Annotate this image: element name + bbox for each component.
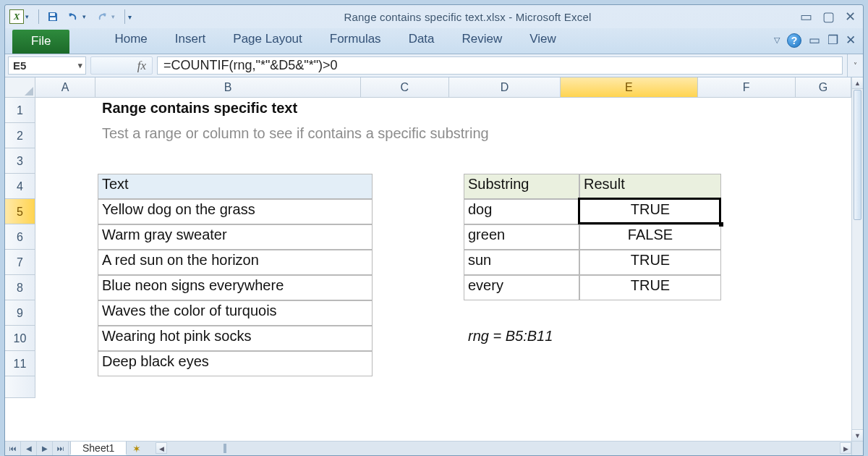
row-header-7[interactable]: 7 — [5, 250, 35, 275]
row-header-11[interactable]: 11 — [5, 351, 35, 376]
hscroll-split-handle[interactable] — [224, 444, 226, 453]
workbook-minimize-button[interactable]: ▭ — [809, 33, 820, 48]
svg-rect-1 — [50, 17, 56, 20]
formula-input[interactable]: =COUNTIF(rng,"*"&D5&"*")>0 — [157, 56, 843, 75]
row-header-9[interactable]: 9 — [5, 300, 35, 326]
formula-bar: E5 fx =COUNTIF(rng,"*"&D5&"*")>0 ˅ — [5, 54, 863, 77]
save-icon — [47, 11, 59, 22]
cell-b1[interactable]: Range contains specific text — [98, 98, 676, 119]
row-header-2[interactable]: 2 — [5, 123, 35, 148]
cell-d5[interactable]: dog — [464, 199, 579, 220]
row-header-1[interactable]: 1 — [5, 98, 35, 123]
minimize-button[interactable]: ▭ — [800, 9, 812, 25]
vscroll-thumb[interactable] — [854, 90, 861, 220]
spreadsheet-grid: A B C D E F G 1 2 3 4 5 6 7 8 9 10 11 — [5, 77, 863, 455]
formula-text: =COUNTIF(rng,"*"&D5&"*")>0 — [163, 58, 338, 73]
ribbon-minimize-icon[interactable]: ▽ — [774, 35, 780, 45]
cell-b9[interactable]: Waves the color of turquois — [98, 300, 373, 321]
col-header-a[interactable]: A — [35, 77, 95, 98]
cell-e5[interactable]: TRUE — [579, 199, 721, 220]
redo-button[interactable] — [94, 9, 110, 25]
cell-d7[interactable]: sun — [464, 250, 579, 271]
tab-view[interactable]: View — [527, 28, 559, 54]
col-header-b[interactable]: B — [95, 77, 361, 98]
ribbon: File Home Insert Page Layout Formulas Da… — [5, 28, 863, 54]
cell-d4[interactable]: Substring — [464, 174, 579, 195]
undo-button[interactable] — [65, 9, 81, 25]
select-all-corner[interactable] — [5, 77, 35, 98]
tab-review[interactable]: Review — [459, 28, 506, 54]
undo-dropdown-icon[interactable]: ▾ — [82, 13, 90, 20]
tab-home[interactable]: Home — [111, 28, 150, 54]
cell-e7[interactable]: TRUE — [579, 250, 721, 271]
horizontal-scrollbar[interactable]: ◀ ▶ — [156, 442, 851, 455]
scroll-left-button[interactable]: ◀ — [156, 442, 167, 454]
window-title: Range contains specific text.xlsx - Micr… — [135, 11, 800, 23]
scroll-down-button[interactable]: ▼ — [852, 429, 863, 441]
window-controls: ▭ ▢ ✕ — [800, 9, 859, 25]
cells-area[interactable]: Range contains specific text Test a rang… — [35, 98, 851, 441]
tab-formulas[interactable]: Formulas — [327, 28, 384, 54]
sheet-tab-sheet1[interactable]: Sheet1 — [70, 442, 127, 455]
sheet-nav-first-button[interactable]: ⏮ — [5, 442, 21, 455]
column-headers: A B C D E F G — [35, 77, 851, 98]
scroll-right-button[interactable]: ▶ — [840, 442, 851, 454]
tab-page-layout[interactable]: Page Layout — [230, 28, 305, 54]
row-header-10[interactable]: 10 — [5, 326, 35, 351]
cell-d10[interactable]: rng = B5:B11 — [464, 326, 681, 347]
formula-expand-button[interactable]: ˅ — [847, 54, 863, 77]
excel-menu-dropdown-icon[interactable]: ▾ — [25, 13, 33, 20]
col-header-e[interactable]: E — [561, 77, 697, 98]
row-header-4[interactable]: 4 — [5, 174, 35, 199]
row-header-5[interactable]: 5 — [5, 199, 35, 224]
sheet-nav-last-button[interactable]: ⏭ — [53, 442, 69, 455]
cell-b7[interactable]: A red sun on the horizon — [98, 250, 373, 271]
ribbon-right-controls: ▽ ? ▭ ❐ ✕ — [774, 33, 856, 54]
qat-divider — [38, 9, 39, 24]
tab-data[interactable]: Data — [406, 28, 438, 54]
sheet-nav-next-button[interactable]: ▶ — [37, 442, 53, 455]
col-header-c[interactable]: C — [361, 77, 449, 98]
fill-handle[interactable] — [719, 222, 723, 227]
tab-insert[interactable]: Insert — [172, 28, 209, 54]
row-header-12[interactable] — [5, 376, 35, 398]
col-header-f[interactable]: F — [698, 77, 796, 98]
excel-icon[interactable]: X — [9, 9, 24, 24]
app-window: X ▾ ▾ ▾ ▾ Range contains specific text.x… — [4, 4, 864, 456]
scroll-up-button[interactable]: ▲ — [852, 77, 863, 89]
cell-b6[interactable]: Warm gray sweater — [98, 224, 373, 245]
name-box[interactable]: E5 — [8, 56, 86, 75]
save-button[interactable] — [45, 9, 61, 25]
resize-grip[interactable] — [851, 441, 863, 455]
maximize-button[interactable]: ▢ — [822, 9, 835, 25]
vertical-scrollbar[interactable]: ▲ ▼ — [851, 77, 863, 441]
sheet-nav-prev-button[interactable]: ◀ — [21, 442, 37, 455]
cell-b5[interactable]: Yellow dog on the grass — [98, 199, 373, 220]
close-button[interactable]: ✕ — [845, 9, 856, 25]
col-header-g[interactable]: G — [796, 77, 851, 98]
redo-icon — [96, 11, 108, 22]
workbook-restore-button[interactable]: ❐ — [827, 33, 838, 48]
qat-customize-icon[interactable]: ▾ — [128, 13, 135, 21]
new-sheet-button[interactable]: ✶ — [127, 442, 147, 455]
workbook-close-button[interactable]: ✕ — [846, 33, 856, 48]
help-button[interactable]: ? — [787, 33, 801, 48]
cell-e4[interactable]: Result — [579, 174, 721, 195]
redo-dropdown-icon[interactable]: ▾ — [111, 13, 119, 20]
row-header-6[interactable]: 6 — [5, 224, 35, 250]
cell-d8[interactable]: every — [464, 275, 579, 296]
row-header-8[interactable]: 8 — [5, 275, 35, 300]
cell-b2[interactable]: Test a range or column to see if contain… — [98, 123, 749, 144]
row-header-3[interactable]: 3 — [5, 148, 35, 174]
excel-icon-letter: X — [14, 11, 20, 22]
cell-b4[interactable]: Text — [98, 174, 373, 195]
col-header-d[interactable]: D — [449, 77, 561, 98]
cell-b11[interactable]: Deep black eyes — [98, 351, 373, 372]
cell-e6[interactable]: FALSE — [579, 224, 721, 245]
cell-b8[interactable]: Blue neon signs everywhere — [98, 275, 373, 296]
cell-d6[interactable]: green — [464, 224, 579, 245]
insert-function-button[interactable]: fx — [90, 56, 153, 75]
cell-e8[interactable]: TRUE — [579, 275, 721, 296]
tab-file[interactable]: File — [12, 30, 69, 54]
cell-b10[interactable]: Wearing hot pink socks — [98, 326, 373, 347]
